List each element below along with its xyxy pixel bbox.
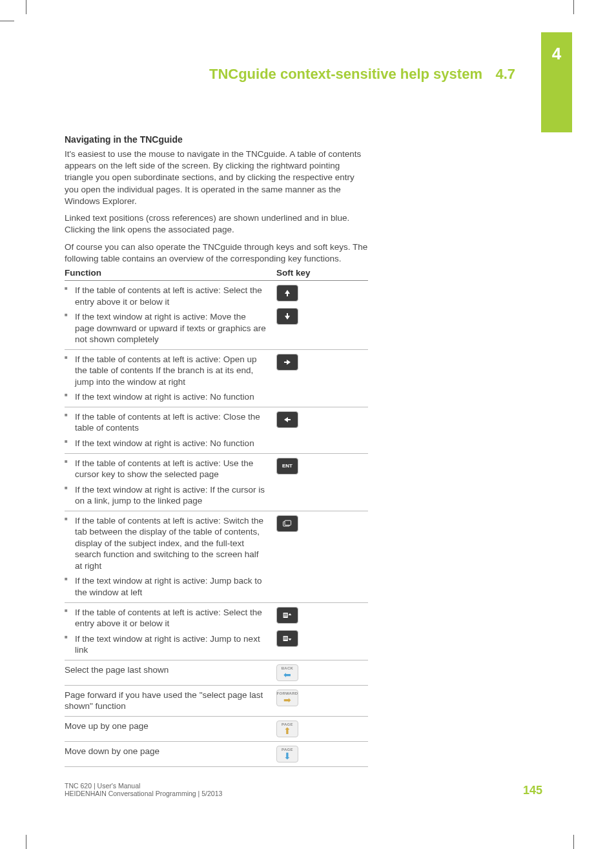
function-cell: If the table of contents at left is acti… [65, 515, 272, 598]
svg-rect-9 [283, 639, 287, 639]
function-item: If the text window at right is active: J… [65, 575, 266, 598]
svg-rect-5 [283, 615, 287, 616]
function-item: If the table of contents at left is acti… [65, 354, 266, 388]
intro-p1: It's easiest to use the mouse to navigat… [65, 148, 368, 207]
function-item: If the text window at right is active: I… [65, 484, 266, 507]
forward-key-icon: FORWARD➡ [276, 690, 298, 706]
function-cell: If the table of contents at left is acti… [65, 411, 272, 449]
function-item: If the text window at right is active: N… [65, 438, 266, 449]
chapter-tab: 4 [541, 32, 572, 132]
header-section: 4.7 [495, 66, 515, 82]
arrow-down-icon [276, 308, 298, 325]
crop-mark [26, 0, 26, 14]
function-cell: If the table of contents at left is acti… [65, 285, 272, 345]
function-cell: Move up by one page [65, 721, 272, 732]
tab-switch-icon [276, 515, 298, 532]
function-item: If the table of contents at left is acti… [65, 458, 266, 480]
crop-mark [0, 21, 14, 21]
function-item: If the table of contents at left is acti… [65, 607, 266, 629]
softkey-cell [272, 607, 368, 647]
intro-p2: Linked text positions (cross references)… [65, 212, 368, 236]
table-row: If the table of contents at left is acti… [65, 350, 368, 407]
intro-p3: Of course you can also operate the TNCgu… [65, 241, 368, 265]
arrow-up-icon [276, 285, 298, 302]
table-row: If the table of contents at left is acti… [65, 454, 368, 511]
back-key-icon: BACK⬅ [276, 664, 298, 681]
softkey-cell: BACK⬅ [272, 664, 368, 681]
function-table: Function Soft key If the table of conten… [65, 268, 368, 767]
footer-line1: TNC 620 | User's Manual [65, 782, 222, 790]
arrow-right-icon [276, 354, 298, 371]
page-down-key-icon: PAGE⬇ [276, 746, 298, 762]
page-header: TNCguide context-sensitive help system 4… [209, 66, 515, 83]
svg-rect-3 [283, 613, 287, 614]
function-item: If the text window at right is active: N… [65, 391, 266, 403]
function-cell: If the table of contents at left is acti… [65, 458, 272, 507]
function-item: If the text window at right is active: J… [65, 633, 266, 656]
page-up-key-icon: PAGE⬆ [276, 721, 298, 737]
function-cell: If the table of contents at left is acti… [65, 607, 272, 656]
table-row: If the table of contents at left is acti… [65, 603, 368, 660]
function-item: If the table of contents at left is acti… [65, 515, 266, 572]
table-row: Move down by one pagePAGE⬇ [65, 742, 368, 767]
th-function: Function [65, 268, 272, 278]
svg-rect-1 [285, 520, 291, 525]
svg-rect-7 [283, 637, 287, 637]
softkey-cell [272, 285, 368, 325]
page: 4 TNCguide context-sensitive help system… [27, 19, 572, 830]
th-softkey: Soft key [272, 268, 368, 278]
intro-block: Navigating in the TNCguide It's easiest … [65, 134, 368, 270]
softkey-cell [272, 354, 368, 371]
function-cell: If the table of contents at left is acti… [65, 354, 272, 403]
svg-rect-8 [283, 638, 287, 639]
arrow-left-icon [276, 411, 298, 428]
function-cell: Select the page last shown [65, 664, 272, 676]
crop-mark [573, 835, 574, 849]
table-row: Move up by one pagePAGE⬆ [65, 717, 368, 742]
softkey-cell: ENT [272, 458, 368, 475]
function-item: If the text window at right is active: M… [65, 311, 266, 345]
crop-mark [573, 0, 574, 14]
crop-mark [26, 835, 26, 849]
softkey-cell: PAGE⬆ [272, 721, 368, 737]
list-down-icon [276, 630, 298, 647]
function-item: If the table of contents at left is acti… [65, 285, 266, 307]
table-row: If the table of contents at left is acti… [65, 511, 368, 603]
table-row: If the table of contents at left is acti… [65, 407, 368, 454]
table-row: Select the page last shownBACK⬅ [65, 660, 368, 686]
table-header: Function Soft key [65, 268, 368, 281]
function-cell: Move down by one page [65, 746, 272, 757]
page-footer: TNC 620 | User's Manual HEIDENHAIN Conve… [65, 782, 542, 797]
ent-key-icon: ENT [276, 458, 298, 475]
svg-rect-4 [283, 615, 287, 615]
footer-line2: HEIDENHAIN Conversational Programming | … [65, 790, 222, 797]
function-cell: Page forward if you have used the "selec… [65, 690, 272, 712]
intro-heading: Navigating in the TNCguide [65, 134, 368, 145]
softkey-cell: FORWARD➡ [272, 690, 368, 706]
table-row: Page forward if you have used the "selec… [65, 686, 368, 717]
function-item: If the table of contents at left is acti… [65, 411, 266, 434]
list-up-icon [276, 607, 298, 624]
softkey-cell: PAGE⬇ [272, 746, 368, 762]
table-row: If the table of contents at left is acti… [65, 281, 368, 350]
header-title: TNCguide context-sensitive help system [209, 66, 482, 82]
softkey-cell [272, 411, 368, 428]
softkey-cell [272, 515, 368, 532]
page-number: 145 [523, 784, 542, 797]
